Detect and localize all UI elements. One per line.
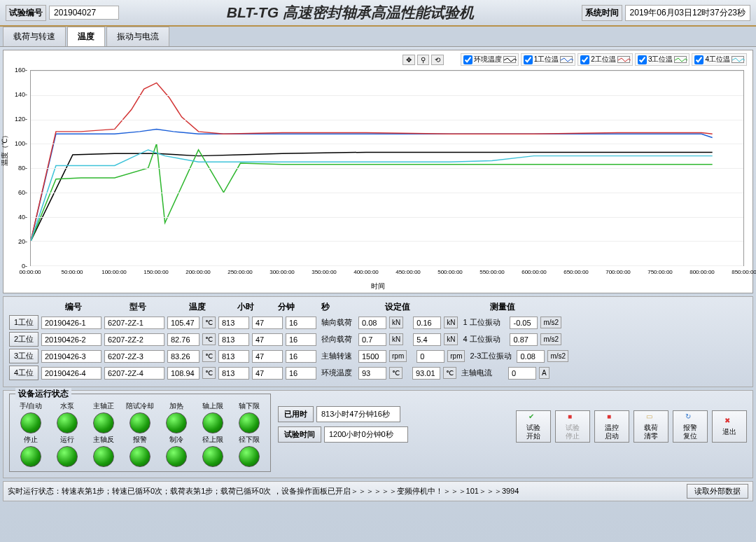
min-cell: 47 xyxy=(252,350,283,363)
led-indicator: 轴下限 xyxy=(232,401,266,433)
test-time-value: 1200小时0分钟0秒 xyxy=(324,426,408,443)
led-indicator: 陪试冷却 xyxy=(123,401,157,433)
led-indicator: 径下限 xyxy=(232,435,266,467)
position-button[interactable]: 2工位 xyxy=(9,332,38,347)
led-light xyxy=(20,412,41,433)
reset-icon[interactable]: ⟲ xyxy=(431,55,444,65)
position-button[interactable]: 4工位 xyxy=(9,366,38,380)
temp-control-button[interactable]: ■温控启动 xyxy=(594,410,629,443)
legend-pos4[interactable]: 4工位温 xyxy=(692,53,747,66)
x-axis: 00:00:0050:00:00100:00:00150:00:00200:00… xyxy=(30,267,744,283)
led-light xyxy=(239,446,260,467)
temp-cell: 105.47 xyxy=(167,317,200,329)
test-start-button[interactable]: ✔试验开始 xyxy=(516,410,551,443)
led-light xyxy=(202,412,223,433)
exit-button[interactable]: ✖退出 xyxy=(712,410,747,443)
hour-cell: 813 xyxy=(218,350,249,363)
set-label: 径向载荷 xyxy=(319,333,356,346)
hour-cell: 813 xyxy=(218,367,249,380)
test-stop-button[interactable]: ■试验停止 xyxy=(555,410,590,443)
legend-pos2[interactable]: 2工位温 xyxy=(578,53,633,66)
chart-toolbar: ✥ ⚲ ⟲ 环境温度 1工位温 2工位温 3工位温 4工位温 xyxy=(402,53,747,66)
led-light xyxy=(93,446,114,467)
id-cell: 20190426-2 xyxy=(41,333,102,346)
led-light xyxy=(130,446,150,467)
system-time-value: 2019年06月03日12时37分23秒 xyxy=(625,5,750,21)
read-external-button[interactable]: 读取外部数据 xyxy=(687,484,748,499)
min-cell: 47 xyxy=(252,333,283,346)
tab-temperature[interactable]: 温度 xyxy=(67,27,105,46)
test-time-label: 试验时间 xyxy=(278,426,321,443)
led-light xyxy=(57,412,78,433)
sec-cell: 16 xyxy=(286,317,316,329)
x-axis-label: 时间 xyxy=(371,282,385,291)
led-indicator: 径上限 xyxy=(196,435,230,467)
led-light xyxy=(57,446,78,467)
test-number-value[interactable]: 201904027 xyxy=(49,6,119,20)
runtime-status-text: 实时运行状态：转速表第1步；转速已循环0次；载荷表第1步；载荷已循环0次 ，设备… xyxy=(8,486,519,496)
hour-cell: 813 xyxy=(218,333,249,346)
legend-pos3[interactable]: 3工位温 xyxy=(635,53,690,66)
chart-plot-area[interactable] xyxy=(30,70,744,266)
led-light xyxy=(202,446,223,467)
sec-cell: 16 xyxy=(286,333,316,346)
stop-icon: ■ xyxy=(607,412,617,422)
id-cell: 20190426-3 xyxy=(41,350,102,363)
load-zero-button[interactable]: ▭载荷清零 xyxy=(634,410,668,443)
set-value: 0.08 xyxy=(358,317,386,329)
meas-value: 0.16 xyxy=(413,317,441,329)
led-indicator: 报警 xyxy=(123,435,157,467)
test-number-label: 试验编号 xyxy=(6,5,46,21)
legend-pos1[interactable]: 1工位温 xyxy=(521,53,576,66)
meas-value: 0 xyxy=(416,350,444,363)
meas-value2: 0.87 xyxy=(510,333,538,346)
led-indicator: 手/自动 xyxy=(14,401,48,433)
tab-vibration-current[interactable]: 振动与电流 xyxy=(106,27,169,46)
meas-label: 主轴电流 xyxy=(459,366,505,380)
led-light xyxy=(239,412,260,433)
temp-cell: 82.76 xyxy=(167,333,200,346)
led-indicator: 水泵 xyxy=(50,401,84,433)
device-status-title: 设备运行状态 xyxy=(15,388,71,400)
header-bar: 试验编号 201904027 BLT-TG 高速密封轴承高温性能试验机 系统时间… xyxy=(0,0,756,27)
check-icon: ✔ xyxy=(528,412,538,422)
set-value: 1500 xyxy=(358,350,386,363)
zoom-icon[interactable]: ⚲ xyxy=(417,55,429,65)
y-axis: 0-20-40-60-80-100-120-140-160- xyxy=(4,70,29,266)
set-label: 主轴转速 xyxy=(319,349,356,363)
led-light xyxy=(166,412,187,433)
meas-label: 1 工位振动 xyxy=(461,316,507,329)
model-cell: 6207-2Z-1 xyxy=(104,317,164,329)
led-light xyxy=(20,446,41,467)
led-indicator: 运行 xyxy=(50,435,84,467)
min-cell: 47 xyxy=(252,367,283,380)
led-light xyxy=(166,446,187,467)
position-button[interactable]: 3工位 xyxy=(9,349,38,363)
data-header: 编号 型号 温度 小时 分钟 秒 设定值 测量值 xyxy=(9,301,747,313)
set-value: 93 xyxy=(358,367,386,380)
timing-box: 已用时 813小时47分钟16秒 试验时间 1200小时0分钟0秒 xyxy=(278,406,408,443)
id-cell: 20190426-4 xyxy=(41,367,102,380)
legend-ambient[interactable]: 环境温度 xyxy=(461,53,519,66)
temp-cell: 83.26 xyxy=(167,350,200,363)
data-row: 4工位20190426-46207-2Z-4108.94℃8134716环境温度… xyxy=(9,366,747,380)
alarm-reset-button[interactable]: ↻报警复位 xyxy=(673,410,708,443)
led-indicator: 停止 xyxy=(14,435,48,467)
led-indicator: 制冷 xyxy=(160,435,193,467)
meas-value: 5.4 xyxy=(413,333,441,346)
temp-cell: 108.94 xyxy=(167,367,200,380)
close-icon: ✖ xyxy=(724,417,734,426)
refresh-icon: ↻ xyxy=(685,412,695,422)
elapsed-value: 813小时47分钟16秒 xyxy=(316,406,400,422)
app-title: BLT-TG 高速密封轴承高温性能试验机 xyxy=(119,3,582,22)
meas-value2: 0.08 xyxy=(517,350,545,363)
model-cell: 6207-2Z-3 xyxy=(104,350,164,363)
device-status-box: 设备运行状态 手/自动水泵主轴正陪试冷却加热轴上限轴下限停止运行主轴反报警制冷径… xyxy=(9,394,271,472)
action-buttons: ✔试验开始 ■试验停止 ■温控启动 ▭载荷清零 ↻报警复位 ✖退出 xyxy=(516,410,747,443)
pan-icon[interactable]: ✥ xyxy=(402,55,415,65)
position-button[interactable]: 1工位 xyxy=(9,315,38,330)
tab-load-speed[interactable]: 载荷与转速 xyxy=(3,27,66,46)
meas-value: 93.01 xyxy=(412,367,440,380)
sec-cell: 16 xyxy=(286,350,316,363)
system-time-label: 系统时间 xyxy=(582,5,622,21)
